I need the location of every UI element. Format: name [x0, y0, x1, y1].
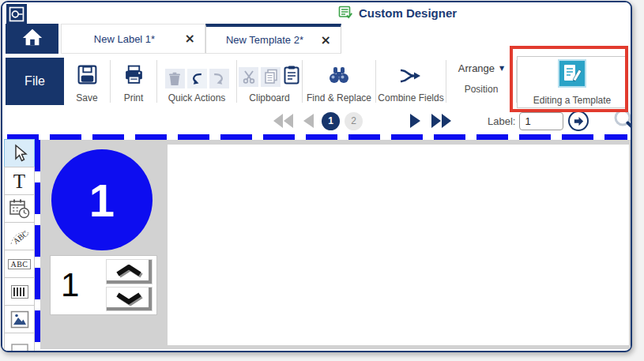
rectangle-shape-icon: [10, 333, 29, 352]
image-tool[interactable]: [4, 305, 35, 333]
window-title: Custom Designer: [2, 2, 631, 24]
tab-new-label-1[interactable]: New Label 1* ×: [61, 24, 205, 54]
tool-palette: T: [4, 140, 35, 352]
ribbon-toolbar: File Save: [2, 54, 631, 109]
find-replace-button[interactable]: Find & Replace: [303, 56, 375, 107]
merge-arrow-icon: [399, 66, 423, 88]
close-icon[interactable]: ×: [185, 32, 195, 45]
page-button-1[interactable]: 1: [322, 112, 340, 130]
tab-new-template-2[interactable]: New Template 2* ×: [205, 24, 341, 54]
number-stepper-object[interactable]: 1: [50, 255, 157, 315]
label-number-caption: Label:: [488, 115, 515, 127]
text-on-path-icon: ABC: [8, 224, 32, 248]
undo-icon[interactable]: [187, 69, 207, 88]
arc-text-tool[interactable]: ABC: [4, 222, 35, 250]
floppy-icon: [77, 64, 98, 88]
text-box-tool[interactable]: ABC: [4, 250, 35, 278]
date-time-tool[interactable]: [4, 194, 35, 223]
chevron-up-icon: [115, 265, 145, 279]
select-tool[interactable]: [4, 139, 35, 167]
last-page-icon[interactable]: [429, 112, 453, 130]
label-boundary-left: [35, 140, 40, 349]
prev-page-icon[interactable]: [300, 112, 315, 130]
cursor-icon: [11, 144, 28, 163]
editing-a-template-button[interactable]: Editing a Template: [517, 56, 627, 108]
cut-icon[interactable]: [239, 67, 258, 87]
title-bar: Custom Designer: [2, 2, 631, 24]
app-window: Custom Designer New Label 1* × New Templ…: [1, 1, 632, 352]
page-navigation-bar: 1 2 Label:: [2, 109, 631, 133]
text-tool[interactable]: T: [4, 167, 35, 195]
screen: Custom Designer New Label 1* × New Templ…: [0, 0, 644, 361]
barcode-icon: [11, 285, 28, 299]
template-edit-icon: [558, 59, 586, 91]
first-page-icon[interactable]: [272, 112, 296, 130]
svg-text:ABC: ABC: [11, 229, 29, 246]
printer-icon: [123, 64, 145, 88]
save-button[interactable]: Save: [64, 56, 110, 107]
tab-strip: New Label 1* × New Template 2* ×: [2, 24, 631, 54]
label-work-area: 1 1: [40, 140, 631, 349]
label-page[interactable]: [168, 145, 629, 345]
numbered-circle-object[interactable]: 1: [51, 149, 153, 250]
home-button[interactable]: [6, 24, 58, 54]
next-page-icon[interactable]: [409, 112, 424, 130]
design-canvas: T: [2, 133, 631, 349]
copy-icon[interactable]: [261, 67, 281, 87]
redo-icon[interactable]: [209, 69, 229, 88]
close-icon[interactable]: ×: [321, 34, 331, 47]
page-button-2[interactable]: 2: [345, 112, 363, 130]
go-arrow-icon: [573, 115, 585, 127]
shape-tool[interactable]: [4, 333, 35, 352]
home-icon: [21, 27, 43, 51]
tab-label: New Label 1*: [62, 33, 205, 45]
page-title: Custom Designer: [359, 6, 457, 20]
stepper-down-button[interactable]: [106, 287, 153, 312]
trash-icon[interactable]: [165, 69, 185, 88]
arrange-dropdown[interactable]: Arrange ▼: [458, 62, 504, 74]
paste-icon[interactable]: [283, 65, 300, 88]
stepper-up-button[interactable]: [106, 259, 153, 284]
image-icon: [10, 310, 29, 329]
quick-actions-group: Quick Actions: [157, 56, 236, 107]
label-number-input[interactable]: [519, 112, 563, 130]
barcode-tool[interactable]: [4, 277, 35, 306]
combine-fields-button[interactable]: Combine Fields: [376, 56, 446, 107]
binoculars-icon: [327, 65, 351, 88]
print-button[interactable]: Print: [111, 56, 156, 107]
clipboard-group: Clipboard: [237, 56, 302, 107]
chevron-down-icon: [115, 291, 145, 306]
stepper-value: 1: [51, 256, 106, 314]
label-boundary-top: [7, 134, 627, 140]
chevron-down-icon: ▼: [499, 65, 504, 72]
template-check-icon: [338, 5, 353, 22]
go-to-label-button[interactable]: [568, 111, 589, 131]
position-group: Arrange ▼ Position: [446, 56, 516, 107]
calendar-clock-icon: [9, 198, 30, 220]
file-button[interactable]: File: [6, 58, 64, 105]
